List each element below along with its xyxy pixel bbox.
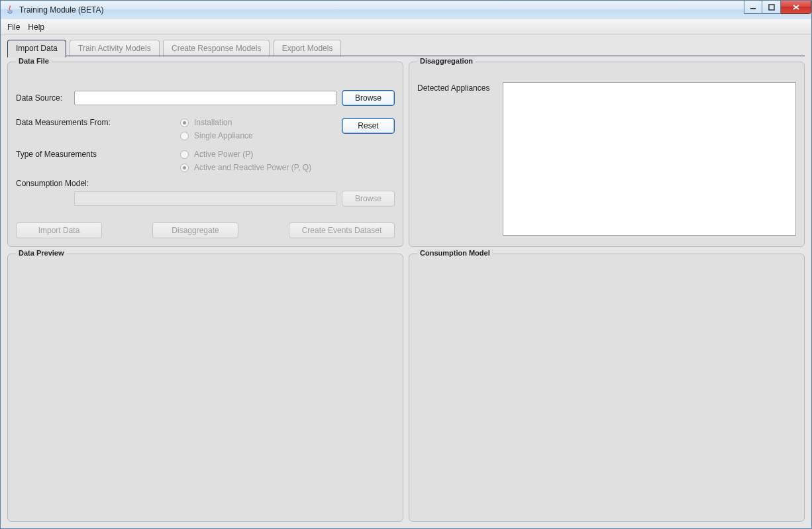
browse-consumption-model-button: Browse: [342, 191, 395, 207]
radio-active-power-label: Active Power (P): [194, 150, 253, 159]
group-data-file-legend: Data File: [16, 57, 52, 65]
window-controls: [744, 1, 811, 14]
group-data-preview: Data Preview: [7, 254, 403, 522]
reset-button[interactable]: Reset: [342, 118, 395, 134]
radio-active-reactive-power[interactable]: Active and Reactive Power (P, Q): [180, 163, 336, 172]
label-detected-appliances: Detected Appliances: [417, 82, 489, 236]
label-type-of-measurements: Type of Measurements: [16, 150, 175, 159]
radio-installation-label: Installation: [194, 118, 232, 127]
tab-strip: Import Data Train Activity Models Create…: [7, 39, 805, 56]
tab-import-data[interactable]: Import Data: [7, 40, 66, 58]
client-area: File Help Import Data Train Activity Mod…: [0, 19, 812, 529]
radio-icon: [180, 150, 189, 159]
group-disaggregation-legend: Disaggregation: [417, 57, 476, 65]
close-button[interactable]: [781, 1, 811, 14]
java-icon: [5, 5, 15, 15]
label-consumption-model: Consumption Model:: [16, 179, 89, 188]
data-source-input[interactable]: [74, 91, 336, 105]
disaggregate-button: Disaggregate: [152, 222, 238, 238]
detected-appliances-list[interactable]: [503, 82, 796, 236]
radio-active-power[interactable]: Active Power (P): [180, 150, 336, 159]
radio-single-appliance[interactable]: Single Appliance: [180, 131, 336, 140]
menu-file[interactable]: File: [7, 23, 20, 32]
label-data-source: Data Source:: [16, 93, 69, 103]
consumption-model-input: [74, 191, 336, 206]
label-measurements-from: Data Measurements From:: [16, 118, 175, 127]
menu-bar: File Help: [1, 19, 811, 35]
group-consumption-model: Consumption Model: [409, 254, 805, 522]
radio-active-reactive-power-label: Active and Reactive Power (P, Q): [194, 163, 311, 172]
radio-icon: [180, 132, 189, 140]
tab-export-models[interactable]: Export Models: [274, 40, 342, 57]
group-disaggregation: Disaggregation Detected Appliances: [409, 62, 805, 247]
menu-help[interactable]: Help: [28, 23, 44, 32]
import-data-button: Import Data: [16, 222, 102, 238]
tab-create-response-models[interactable]: Create Response Models: [163, 40, 270, 57]
radio-installation[interactable]: Installation: [180, 118, 336, 127]
group-data-preview-legend: Data Preview: [16, 249, 66, 257]
group-data-file: Data File Data Source: Browse Data Measu…: [7, 62, 403, 247]
minimize-button[interactable]: [744, 1, 762, 14]
window-titlebar: Training Module (BETA): [0, 0, 812, 19]
svg-rect-1: [769, 5, 774, 10]
content-area: Data File Data Source: Browse Data Measu…: [1, 56, 811, 528]
radio-single-appliance-label: Single Appliance: [194, 131, 253, 140]
tab-baseline: [7, 56, 805, 56]
browse-data-source-button[interactable]: Browse: [342, 90, 395, 106]
radio-icon: [180, 164, 189, 172]
radio-icon: [180, 119, 189, 127]
window-title: Training Module (BETA): [19, 5, 103, 15]
group-consumption-model-legend: Consumption Model: [417, 249, 493, 257]
create-events-dataset-button: Create Events Dataset: [289, 222, 395, 238]
tab-train-activity-models[interactable]: Train Activity Models: [70, 40, 160, 57]
maximize-button[interactable]: [762, 1, 781, 14]
